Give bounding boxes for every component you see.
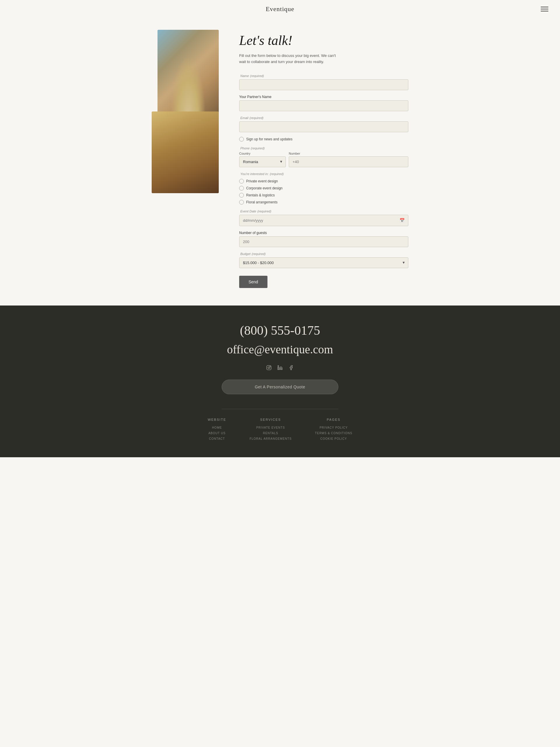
partner-label: Your Partner's Name <box>239 95 408 99</box>
partner-field-group: Your Partner's Name <box>239 95 408 111</box>
interest-label-1: Private event design <box>246 179 278 183</box>
guests-label: Number of guests <box>239 231 408 235</box>
phone-row: Country Romania USA UK France ▼ <box>239 152 408 167</box>
country-sublabel: Country <box>239 152 286 155</box>
footer-col-services: SERVICES PRIVATE EVENTS RENTALS FLORAL A… <box>250 418 292 443</box>
partner-input[interactable] <box>239 100 408 111</box>
budget-label: Budget(required) <box>239 252 408 256</box>
quote-button[interactable]: Get A Personalized Quote <box>222 380 338 394</box>
email-label: Email(required) <box>239 116 408 120</box>
hero-image-top <box>158 30 219 114</box>
footer-col-pages-heading: PAGES <box>315 418 352 421</box>
send-button[interactable]: Send <box>239 276 267 288</box>
footer: (800) 555-0175 office@eventique.com Get … <box>0 306 560 457</box>
calendar-icon[interactable]: 📅 <box>400 218 404 223</box>
phone-field-group: Phone(required) Country Romania USA UK F… <box>239 146 408 167</box>
contact-form: Name(required) Your Partner's Name Email… <box>239 74 408 288</box>
signup-checkbox[interactable] <box>239 137 244 141</box>
country-field: Country Romania USA UK France ▼ <box>239 152 286 167</box>
email-input[interactable] <box>239 121 408 132</box>
interest-field-group: You're interested in:(required) Private … <box>239 172 408 205</box>
nav-logo[interactable]: Eventique <box>266 5 294 13</box>
interest-option-2: Corporate event design <box>239 186 408 190</box>
signup-label: Sign up for news and updates <box>246 137 293 141</box>
phone-number-input[interactable] <box>289 156 408 167</box>
event-date-input[interactable] <box>243 218 397 223</box>
date-input-wrapper: 📅 <box>239 215 408 226</box>
name-label: Name(required) <box>239 74 408 78</box>
interest-radio-2[interactable] <box>239 186 244 190</box>
name-field-group: Name(required) <box>239 74 408 90</box>
interest-radio-1[interactable] <box>239 179 244 183</box>
interest-label-4: Floral arrangements <box>246 200 277 204</box>
svg-rect-0 <box>267 365 271 370</box>
budget-field-group: Budget(required) $15.000 - $20.000 $20.0… <box>239 252 408 268</box>
contact-form-section: Let's talk! Fill out the form below to d… <box>239 30 408 288</box>
footer-links: WEBSITE HOME ABOUT US CONTACT SERVICES P… <box>12 418 548 443</box>
footer-link-privacy[interactable]: Privacy Policy <box>315 426 352 429</box>
footer-link-private-events[interactable]: PRIVATE EVENTS <box>250 426 292 429</box>
footer-link-about[interactable]: ABOUT US <box>208 432 226 435</box>
hero-images <box>152 30 228 193</box>
footer-email: office@eventique.com <box>12 342 548 356</box>
country-select-wrapper: Romania USA UK France ▼ <box>239 156 286 167</box>
linkedin-icon[interactable] <box>277 364 283 371</box>
signup-row: Sign up for news and updates <box>239 137 408 141</box>
number-sublabel: Number <box>289 152 408 155</box>
interest-radio-3[interactable] <box>239 193 244 198</box>
footer-link-rentals[interactable]: RENTALS <box>250 432 292 435</box>
name-input[interactable] <box>239 79 408 90</box>
interest-option-4: Floral arrangements <box>239 200 408 205</box>
svg-rect-3 <box>278 367 279 369</box>
interest-label: You're interested in:(required) <box>239 172 408 176</box>
navbar: Eventique <box>0 0 560 18</box>
email-field-group: Email(required) <box>239 116 408 132</box>
footer-link-contact[interactable]: CONTACT <box>208 437 226 440</box>
social-icons <box>12 364 548 371</box>
budget-select-wrapper: $15.000 - $20.000 $20.000 - $30.000 $30.… <box>239 257 408 268</box>
footer-col-website: WEBSITE HOME ABOUT US CONTACT <box>208 418 226 443</box>
interest-radio-4[interactable] <box>239 200 244 205</box>
page-subtitle: Fill out the form below to discuss your … <box>239 53 338 65</box>
interest-option-1: Private event design <box>239 179 408 183</box>
event-date-field-group: Event Date(required) 📅 <box>239 209 408 226</box>
country-select[interactable]: Romania USA UK France <box>239 156 286 167</box>
facebook-icon[interactable] <box>288 364 294 371</box>
guests-field-group: Number of guests <box>239 231 408 247</box>
footer-link-cookie[interactable]: Cookie Policy <box>315 437 352 440</box>
interest-label-2: Corporate event design <box>246 186 283 190</box>
interest-label-3: Rentals & logistics <box>246 193 275 197</box>
number-field: Number <box>289 152 408 167</box>
hamburger-menu-icon[interactable] <box>541 7 548 11</box>
guests-input[interactable] <box>239 236 408 247</box>
page-title: Let's talk! <box>239 33 408 48</box>
main-content: Let's talk! Fill out the form below to d… <box>140 18 420 306</box>
footer-link-terms[interactable]: Terms & Conditions <box>315 432 352 435</box>
svg-point-4 <box>278 365 279 366</box>
budget-select[interactable]: $15.000 - $20.000 $20.000 - $30.000 $30.… <box>239 257 408 268</box>
footer-phone: (800) 555-0175 <box>12 323 548 338</box>
footer-col-pages: PAGES Privacy Policy Terms & Conditions … <box>315 418 352 443</box>
hero-image-bottom <box>152 111 219 193</box>
footer-col-website-heading: WEBSITE <box>208 418 226 421</box>
phone-label: Phone(required) <box>239 146 408 150</box>
footer-col-services-heading: SERVICES <box>250 418 292 421</box>
svg-point-1 <box>268 367 270 368</box>
event-date-label: Event Date(required) <box>239 209 408 213</box>
svg-point-2 <box>270 366 270 367</box>
instagram-icon[interactable] <box>266 364 272 371</box>
footer-link-floral[interactable]: FLORAL ARRANGEMENTS <box>250 437 292 440</box>
footer-link-home[interactable]: HOME <box>208 426 226 429</box>
interest-option-3: Rentals & logistics <box>239 193 408 198</box>
